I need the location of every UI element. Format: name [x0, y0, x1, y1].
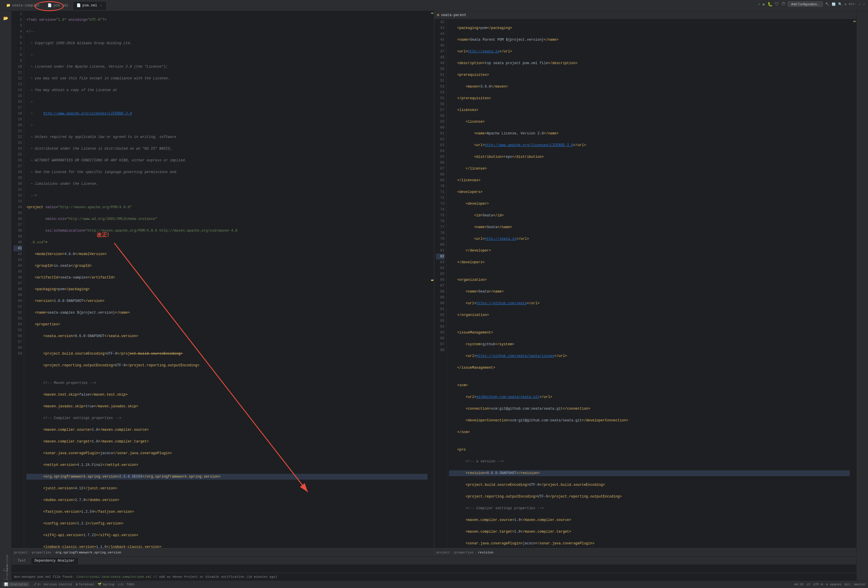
status-bar-left: 📊 Statistic ⎇ 9: Version Control ⊞ Termi… [2, 582, 794, 587]
git-status-icon: ⎇ [33, 582, 37, 586]
maven-icon: m [437, 13, 439, 17]
breadcrumbs-row: project › properties › org.springframewo… [12, 548, 856, 556]
statistic-icon: 📊 [4, 583, 8, 586]
xml-icon: 📄 [48, 3, 52, 7]
spring-icon: 🌱 [97, 582, 102, 586]
breadcrumb-sep-1: › [29, 551, 31, 554]
notification-text: Non-managed pom.xml file found: /Users/y… [14, 575, 277, 579]
dependency-tab-label: Dependency Analyzer [35, 559, 75, 563]
toolbar-right: ✓ ▶ 🐛 🛡 ⏱ Add Configuration... 🔨 🔄 🔍 ⚙ G… [758, 1, 865, 7]
build-icon[interactable]: 🔨 [825, 2, 829, 6]
tab-label-seata-samples: seata-samples [12, 3, 40, 7]
sidebar-right [856, 11, 868, 581]
tab-pom-xml-outer[interactable]: 📄 pom.xml [44, 1, 72, 10]
right-breadcrumb-sep-2: › [475, 551, 477, 554]
left-code-content[interactable]: 1 2 3 4 5 6 7 8 9 10 11 12 13 14 15 16 1 [12, 11, 434, 548]
encoding[interactable]: UTF-8 [813, 583, 823, 586]
tab-seata-samples[interactable]: 📁 seata-samples [2, 1, 43, 10]
close-tab-button[interactable]: ✕ [99, 3, 103, 7]
tab-bar: 📁 seata-samples 📄 pom.xml 📄 pom.xml ✕ ✓ … [0, 0, 868, 11]
sidebar-left: 📂 2: Favorites Z: Structure [0, 11, 12, 581]
settings-icon[interactable]: ⚙ [844, 2, 847, 6]
sidebar-item-project[interactable]: 📂 [1, 13, 10, 23]
status-bar: 📊 Statistic ⎇ 9: Version Control ⊞ Termi… [0, 581, 868, 588]
check-green-icon: ✓ [758, 2, 760, 7]
search-toolbar-icon[interactable]: 🔍 [838, 2, 842, 6]
right-pane-filename: seata-parent [441, 13, 466, 17]
editors-row: 1 2 3 4 5 6 7 8 9 10 11 12 13 14 15 16 1 [12, 11, 856, 548]
right-scroll-gutter [852, 19, 856, 548]
cursor-position[interactable]: 40:35 [794, 583, 803, 586]
left-line-numbers: 1 2 3 4 5 6 7 8 9 10 11 12 13 14 15 16 1 [12, 11, 24, 548]
folder-icon: 📁 [6, 3, 10, 7]
sidebar-item-structure[interactable]: Z: Structure [1, 569, 10, 578]
status-bar-right: 40:35 LF UTF-8 4 spaces Git: master [794, 583, 866, 586]
git-check1: ✓ [859, 2, 861, 6]
profile-button[interactable]: ⏱ [781, 2, 785, 6]
notification-bar: Non-managed pom.xml file found: /Users/y… [12, 573, 856, 581]
right-breadcrumb-properties[interactable]: properties [454, 551, 474, 554]
spring-label: Spring [103, 583, 114, 586]
terminal-button[interactable]: ⊞ Terminal [76, 582, 94, 586]
bottom-tabs-bar: Text Dependency Analyzer [12, 556, 856, 564]
right-line-numbers: 42 43 44 45 46 47 48 49 50 51 52 53 54 5… [434, 19, 447, 548]
breadcrumb-spring-version[interactable]: org.springframework.spring.version [55, 551, 121, 554]
line-ending[interactable]: LF [806, 583, 810, 586]
breadcrumb-properties[interactable]: properties [32, 551, 51, 554]
tab-dependency-analyzer[interactable]: Dependency Analyzer [31, 557, 78, 564]
add-configuration-button[interactable]: Add Configuration... [788, 1, 822, 7]
right-breadcrumb-revision[interactable]: revision [478, 551, 493, 554]
breadcrumb-sep-2: › [52, 551, 55, 554]
structure-label: Z: Structure [3, 565, 9, 582]
git-label: Git: [849, 2, 856, 6]
terminal-icon: ⊞ [76, 582, 78, 586]
project-icon: 📂 [3, 16, 8, 21]
statistic-button[interactable]: 📊 Statistic [2, 582, 29, 587]
editors-area: 1 2 3 4 5 6 7 8 9 10 11 12 13 14 15 16 1 [12, 11, 856, 564]
coverage-button[interactable]: 🛡 [775, 2, 779, 6]
run-button[interactable]: ▶ [763, 2, 765, 7]
right-breadcrumb-project[interactable]: project [437, 551, 450, 554]
tab-label-pom-xml: pom.xml [82, 3, 97, 7]
breadcrumb-project[interactable]: project [14, 551, 28, 554]
tab-text[interactable]: Text [14, 557, 30, 564]
todo-button[interactable]: ☑ 6: TODO [118, 582, 134, 586]
left-editor-pane: 1 2 3 4 5 6 7 8 9 10 11 12 13 14 15 16 1 [12, 11, 434, 548]
right-breadcrumb-sep-1: › [451, 551, 453, 554]
statistic-label: Statistic [10, 583, 28, 586]
indent[interactable]: 4 spaces [826, 583, 841, 586]
spring-button[interactable]: 🌱 Spring [97, 582, 114, 586]
todo-label: 6: TODO [121, 583, 134, 586]
left-code-lines: <?xml version="1.0" encoding="UTF-8"?> <… [24, 11, 430, 548]
version-control-label: 9: Version Control [37, 583, 72, 586]
xml-icon-active: 📄 [77, 3, 81, 7]
debug-button[interactable]: 🐛 [768, 2, 772, 7]
right-code-lines: <packaging>pom</packaging> <name>Seata P… [447, 19, 852, 548]
right-editor-pane: m seata-parent 42 43 44 45 46 47 48 49 5… [434, 11, 856, 548]
left-breadcrumb-bar: project › properties › org.springframewo… [12, 548, 434, 557]
git-check2: ✓ [863, 2, 865, 6]
text-tab-label: Text [18, 559, 26, 563]
right-pane-header: m seata-parent [434, 11, 856, 19]
version-control-button[interactable]: ⎇ 9: Version Control [33, 582, 72, 586]
left-scroll-gutter [430, 11, 434, 548]
todo-icon: ☑ [118, 582, 120, 586]
sync-icon[interactable]: 🔄 [832, 2, 836, 6]
tab-label-pom-xml-outer: pom.xml [54, 3, 68, 7]
terminal-label: Terminal [78, 583, 94, 586]
git-branch[interactable]: Git: master [844, 583, 866, 586]
right-code-content[interactable]: 42 43 44 45 46 47 48 49 50 51 52 53 54 5… [434, 19, 856, 548]
tab-pom-xml-active[interactable]: 📄 pom.xml ✕ [73, 1, 107, 10]
right-breadcrumb-bar: project › properties › revision [434, 548, 856, 557]
